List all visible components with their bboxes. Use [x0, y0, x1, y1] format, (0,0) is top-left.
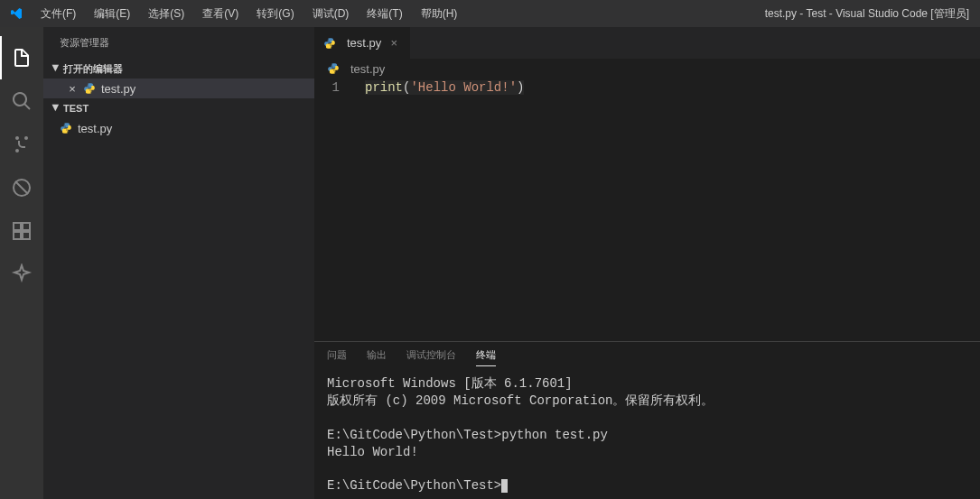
titlebar: 文件(F) 编辑(E) 选择(S) 查看(V) 转到(G) 调试(D) 终端(T…: [0, 0, 980, 27]
activity-scm[interactable]: [0, 123, 43, 166]
code-editor[interactable]: 1 print('Hello World!'): [314, 79, 980, 341]
workspace-file-label: test.py: [78, 122, 112, 135]
activity-bar: [0, 27, 43, 499]
activity-explorer[interactable]: [0, 36, 43, 79]
menu-terminal[interactable]: 终端(T): [358, 0, 411, 27]
tab-label: test.py: [347, 36, 381, 50]
open-editor-item[interactable]: × test.py: [43, 79, 314, 98]
chevron-down-icon: ▶: [51, 65, 61, 72]
sidebar-title: 资源管理器: [43, 27, 314, 59]
sidebar-explorer: 资源管理器 ▶ 打开的编辑器 × test.py ▶ TEST test.py: [43, 27, 314, 499]
close-icon[interactable]: ×: [387, 36, 401, 50]
menu-debug[interactable]: 调试(D): [303, 0, 359, 27]
open-editors-label: 打开的编辑器: [63, 62, 123, 76]
breadcrumb[interactable]: test.py: [314, 59, 980, 79]
activity-extensions[interactable]: [0, 209, 43, 253]
open-editor-file-label: test.py: [101, 82, 135, 96]
line-number: 1: [314, 80, 358, 341]
python-file-icon: [323, 37, 336, 50]
panel-tab-terminal[interactable]: 终端: [476, 348, 496, 366]
editor-area: test.py × test.py 1 print('Hello World!'…: [314, 27, 980, 499]
editor-tab[interactable]: test.py ×: [314, 27, 411, 59]
close-icon[interactable]: ×: [65, 82, 79, 96]
workspace-name-label: TEST: [63, 103, 89, 114]
chevron-down-icon: ▶: [51, 105, 61, 112]
extensions-icon: [11, 220, 33, 242]
panel-tab-output[interactable]: 输出: [367, 348, 387, 365]
editor-tabs: test.py ×: [314, 27, 980, 59]
activity-debug[interactable]: [0, 166, 43, 209]
panel-tab-debug-console[interactable]: 调试控制台: [406, 348, 456, 365]
activity-copilot[interactable]: [0, 253, 43, 296]
menu-go[interactable]: 转到(G): [247, 0, 303, 27]
panel-tab-problems[interactable]: 问题: [327, 348, 347, 365]
open-editors-section[interactable]: ▶ 打开的编辑器: [43, 59, 314, 79]
search-icon: [11, 90, 33, 112]
python-file-icon: [327, 62, 340, 75]
menu-file[interactable]: 文件(F): [32, 0, 85, 27]
breadcrumb-file: test.py: [350, 62, 385, 76]
source-control-icon: [11, 134, 33, 155]
menu-view[interactable]: 查看(V): [193, 0, 247, 27]
panel-tabs: 问题 输出 调试控制台 终端: [314, 342, 980, 372]
workspace-section[interactable]: ▶ TEST: [43, 98, 314, 118]
menu-selection[interactable]: 选择(S): [139, 0, 193, 27]
workspace-file-item[interactable]: test.py: [43, 118, 314, 138]
python-file-icon: [83, 82, 96, 95]
files-icon: [11, 47, 33, 69]
menu-edit[interactable]: 编辑(E): [85, 0, 139, 27]
window-title: test.py - Test - Visual Studio Code [管理员…: [765, 6, 969, 22]
sparkle-icon: [11, 263, 33, 285]
bottom-panel: 问题 输出 调试控制台 终端 Microsoft Windows [版本 6.1…: [314, 341, 980, 499]
menubar: 文件(F) 编辑(E) 选择(S) 查看(V) 转到(G) 调试(D) 终端(T…: [32, 0, 466, 27]
code-line: print('Hello World!'): [358, 80, 524, 341]
terminal[interactable]: Microsoft Windows [版本 6.1.7601] 版权所有 (c)…: [314, 372, 980, 499]
debug-icon: [11, 177, 33, 199]
menu-help[interactable]: 帮助(H): [412, 0, 467, 27]
vscode-logo-icon: [0, 6, 32, 21]
activity-search[interactable]: [0, 79, 43, 123]
terminal-cursor: [501, 479, 508, 493]
python-file-icon: [60, 122, 72, 134]
